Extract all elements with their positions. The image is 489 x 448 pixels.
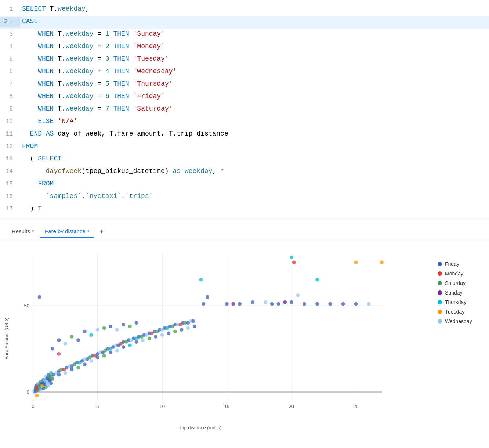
line-content-15: FROM [20,178,489,189]
svg-point-167 [96,355,99,359]
svg-point-114 [102,326,106,330]
svg-point-165 [83,362,87,366]
chart-container: Fare Amount (USD) 0510152025050 Trip dis… [7,246,430,431]
line-content-1: SELECT T.weekday, [20,4,489,14]
svg-point-163 [70,368,74,371]
svg-point-133 [290,300,293,304]
svg-point-177 [160,333,164,337]
svg-point-111 [51,347,54,351]
svg-text:50: 50 [24,303,29,308]
code-line-10: 10 ELSE 'N/A' [0,116,489,129]
svg-point-182 [193,325,196,328]
svg-point-135 [296,293,300,297]
svg-point-119 [134,321,138,325]
svg-text:0: 0 [32,404,34,409]
line-content-4: WHEN T.weekday = 2 THEN 'Monday' [20,41,489,52]
svg-point-109 [89,333,93,337]
code-line-16: 16 `samples`.`nyctaxi`.`trips` [0,191,489,203]
line-number-10: 10 [0,117,20,127]
svg-point-113 [76,338,80,342]
code-line-7: 7 WHEN T.weekday = 5 THEN 'Thursday' [0,79,489,91]
line-content-2: CASE [20,16,489,27]
svg-point-174 [141,338,145,342]
svg-point-134 [292,261,296,264]
fare-chevron-icon: ▾ [87,229,90,234]
line-number-15: 15 [0,180,20,189]
scatter-chart: 0510152025050 [7,246,393,423]
svg-point-107 [70,335,74,339]
line-number-12: 12 [0,142,20,152]
legend-dot-sunday [438,290,442,295]
legend-label-monday: Monday [445,271,463,277]
code-line-8: 8 WHEN T.weekday = 6 THEN 'Friday' [0,91,489,104]
svg-point-162 [64,371,67,375]
legend-item-wednesday: Wednesday [438,318,482,324]
svg-point-139 [341,302,345,306]
svg-point-140 [354,302,358,306]
line-content-16: `samples`.`nyctaxi`.`trips` [20,191,489,202]
svg-point-168 [102,354,106,358]
legend-item-tuesday: Tuesday [438,309,482,315]
code-line-17: 17 ) T [0,203,489,216]
svg-point-132 [283,300,287,304]
svg-point-179 [173,330,177,333]
svg-text:25: 25 [353,404,358,409]
legend-dot-monday [438,271,442,276]
svg-point-180 [180,328,184,332]
svg-text:0: 0 [27,389,29,395]
add-tab-button[interactable]: + [96,224,108,239]
svg-point-106 [64,342,67,346]
legend-label-sunday: Sunday [445,290,462,296]
line-number-4: 4 [0,42,20,52]
svg-point-118 [128,325,132,328]
code-line-15: 15 FROM [0,178,489,191]
code-line-5: 5 WHEN T.weekday = 3 THEN 'Tuesday' [0,54,489,66]
line-number-6: 6 [0,67,20,77]
svg-point-170 [115,349,119,353]
legend-label-thursday: Thursday [445,299,466,305]
line-number-16: 16 [0,192,20,202]
legend-dot-tuesday [438,310,442,314]
svg-point-127 [238,302,242,306]
tab-fare-by-distance[interactable]: Fare by distance ▾ [40,225,94,238]
results-tab-label: Results [12,228,30,234]
fare-tab-label: Fare by distance [45,228,86,234]
code-line-6: 6 WHEN T.weekday = 4 THEN 'Wednesday' [0,66,489,79]
svg-point-129 [264,300,267,304]
svg-point-128 [251,300,254,304]
legend-label-saturday: Saturday [445,280,466,286]
svg-point-145 [315,278,319,282]
line-number-5: 5 [0,55,20,64]
legend-item-friday: Friday [438,261,482,267]
line-content-8: WHEN T.weekday = 6 THEN 'Friday' [20,91,489,102]
svg-point-108 [83,330,87,333]
svg-point-141 [367,302,371,306]
line-number-2: 2 ▸ [0,17,20,27]
line-content-9: WHEN T.weekday = 7 THEN 'Saturday' [20,104,489,114]
svg-point-166 [89,359,93,363]
line-number-7: 7 [0,80,20,89]
legend-label-friday: Friday [445,261,459,267]
svg-point-172 [128,343,132,347]
code-line-11: 11 END AS day_of_week, T.fare_amount, T.… [0,129,489,141]
svg-point-104 [191,319,195,323]
legend-item-sunday: Sunday [438,290,482,296]
line-number-11: 11 [0,130,20,139]
svg-text:5: 5 [96,404,99,409]
line-content-17: ) T [20,203,489,214]
code-line-1: 1SELECT T.weekday, [0,4,489,16]
code-line-12: 12FROM [0,141,489,153]
line-content-6: WHEN T.weekday = 4 THEN 'Wednesday' [20,66,489,77]
svg-point-105 [57,338,61,342]
code-line-4: 4 WHEN T.weekday = 2 THEN 'Monday' [0,41,489,54]
line-number-17: 17 [0,205,20,214]
line-number-3: 3 [0,30,20,39]
svg-point-117 [122,323,125,326]
line-number-13: 13 [0,155,20,164]
tab-results[interactable]: Results ▾ [7,225,39,238]
line-content-7: WHEN T.weekday = 5 THEN 'Thursday' [20,79,489,89]
svg-point-137 [315,302,319,306]
code-line-3: 3 WHEN T.weekday = 1 THEN 'Sunday' [0,29,489,41]
svg-text:20: 20 [289,404,294,409]
svg-point-175 [148,337,151,340]
